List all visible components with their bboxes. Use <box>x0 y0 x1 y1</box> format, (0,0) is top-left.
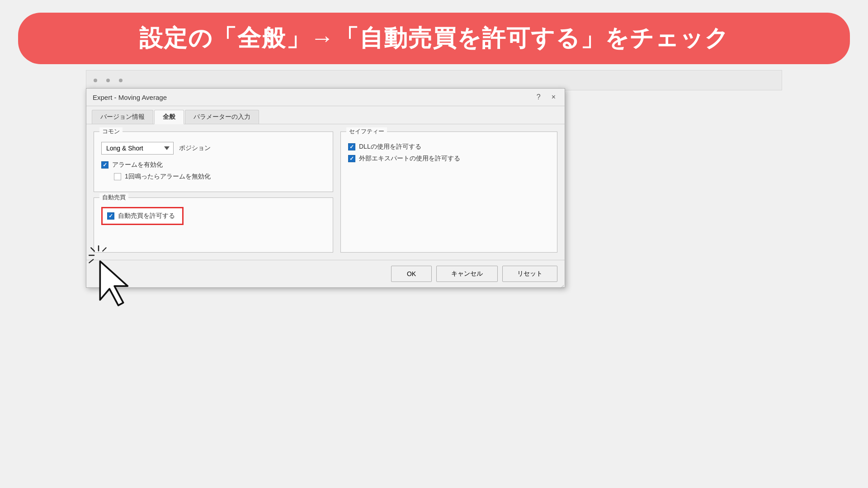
autotrade-section: 自動売買 自動売買を許可する <box>94 197 333 253</box>
dialog-footer: OK キャンセル リセット <box>86 260 565 287</box>
autotrade-section-label: 自動売買 <box>99 193 128 202</box>
alarm-enable-row: アラームを有効化 <box>101 161 326 169</box>
svg-line-2 <box>563 288 564 288</box>
autotrade-allow-row: 自動売買を許可する <box>101 207 184 225</box>
close-button[interactable]: × <box>549 92 558 102</box>
alarm-once-label: 1回鳴ったらアラームを無効化 <box>125 173 211 181</box>
position-dropdown[interactable]: Long & Short Long only Short only <box>101 142 174 155</box>
alarm-enable-label: アラームを有効化 <box>112 161 163 169</box>
ok-button[interactable]: OK <box>391 266 432 282</box>
dialog-body: コモン Long & Short Long only Short only ポジ… <box>86 124 565 260</box>
left-panel: コモン Long & Short Long only Short only ポジ… <box>94 131 333 253</box>
safety-section-label: セイフティー <box>346 127 387 136</box>
safety-section: セイフティー DLLの使用を許可する 外部エキスパートの使用を許可する <box>340 131 557 253</box>
top-banner: 設定の「全般」→「自動売買を許可する」をチェック <box>18 13 850 64</box>
dropdown-row: Long & Short Long only Short only ポジション <box>101 142 326 155</box>
tab-general[interactable]: 全般 <box>154 110 184 124</box>
chart-dot-3 <box>119 79 123 82</box>
dll-allow-label: DLLの使用を許可する <box>359 143 421 151</box>
alarm-enable-checkbox[interactable] <box>101 161 108 169</box>
cancel-button[interactable]: キャンセル <box>436 266 498 282</box>
expert-allow-label: 外部エキスパートの使用を許可する <box>359 155 460 163</box>
chart-dot-2 <box>106 79 110 82</box>
alarm-once-row: 1回鳴ったらアラームを無効化 <box>114 173 326 181</box>
common-section-label: コモン <box>99 127 123 136</box>
dialog-title: Expert - Moving Average <box>93 94 167 101</box>
expert-allow-row: 外部エキスパートの使用を許可する <box>348 155 550 163</box>
common-section: コモン Long & Short Long only Short only ポジ… <box>94 131 333 192</box>
dialog-titlebar: Expert - Moving Average ? × <box>86 89 565 106</box>
expert-dialog: Expert - Moving Average ? × バージョン情報 全般 パ… <box>86 88 565 288</box>
dll-allow-checkbox[interactable] <box>348 143 355 150</box>
dll-allow-row: DLLの使用を許可する <box>348 143 550 151</box>
chart-dot-1 <box>94 79 97 82</box>
help-button[interactable]: ? <box>534 92 543 102</box>
resize-handle[interactable] <box>559 282 564 286</box>
banner-text: 設定の「全般」→「自動売買を許可する」をチェック <box>139 23 729 54</box>
tab-bar: バージョン情報 全般 パラメーターの入力 <box>86 106 565 124</box>
reset-button[interactable]: リセット <box>502 266 557 282</box>
titlebar-controls: ? × <box>534 92 558 102</box>
tab-parameters[interactable]: パラメーターの入力 <box>185 110 259 124</box>
autotrade-allow-checkbox[interactable] <box>107 212 114 220</box>
position-label: ポジション <box>179 144 211 152</box>
background-chart <box>86 70 782 90</box>
autotrade-allow-label: 自動売買を許可する <box>118 212 175 220</box>
right-panel: セイフティー DLLの使用を許可する 外部エキスパートの使用を許可する <box>340 131 557 253</box>
tab-version-info[interactable]: バージョン情報 <box>92 110 153 124</box>
expert-allow-checkbox[interactable] <box>348 155 355 162</box>
alarm-once-checkbox[interactable] <box>114 173 121 180</box>
